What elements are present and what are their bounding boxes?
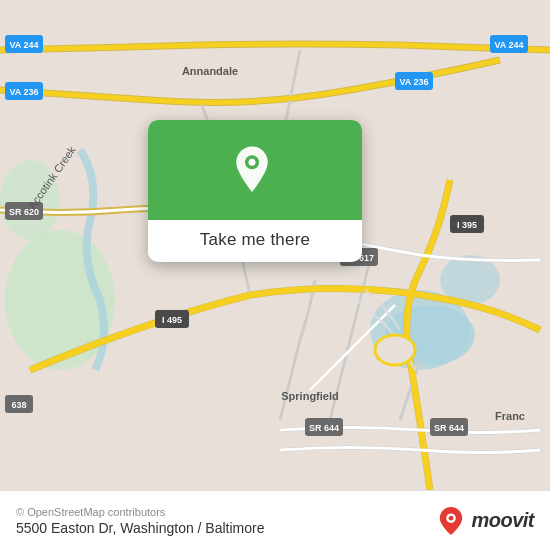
location-pin-icon — [231, 146, 279, 194]
i495-label: I 495 — [162, 315, 182, 325]
svg-point-17 — [375, 335, 415, 365]
moovit-logo: moovit — [437, 507, 534, 535]
location-card[interactable]: Take me there — [148, 120, 362, 262]
sr644-label-left: SR 644 — [309, 423, 339, 433]
bottom-bar: © OpenStreetMap contributors 5500 Easton… — [0, 490, 550, 550]
638-label: 638 — [11, 400, 26, 410]
springfield-label: Springfield — [281, 390, 338, 402]
va236-label: VA 236 — [9, 87, 38, 97]
card-pointer — [241, 220, 269, 236]
va244-label-right: VA 244 — [494, 40, 523, 50]
annandale-label: Annandale — [182, 65, 238, 77]
i395-label: I 395 — [457, 220, 477, 230]
map-container: VA 244 VA 244 VA 236 VA 236 SR 620 SR 61… — [0, 0, 550, 490]
copyright-text: © OpenStreetMap contributors — [16, 506, 265, 518]
card-green-area — [148, 120, 362, 220]
moovit-pin-icon — [437, 507, 465, 535]
address-text: 5500 Easton Dr, Washington / Baltimore — [16, 520, 265, 536]
franc-label: Franc — [495, 410, 525, 422]
va236-label-right: VA 236 — [399, 77, 428, 87]
va244-label-left: VA 244 — [9, 40, 38, 50]
sr644-label-right: SR 644 — [434, 423, 464, 433]
svg-point-21 — [449, 515, 454, 520]
moovit-wordmark: moovit — [471, 509, 534, 532]
svg-point-19 — [249, 159, 256, 166]
